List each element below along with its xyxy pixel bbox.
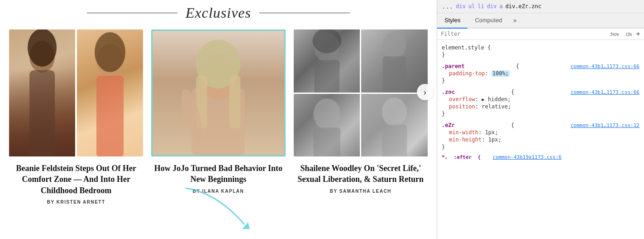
- css-prop-overflow: overflow: [449, 96, 475, 102]
- title-line-right: [259, 13, 350, 13]
- breadcrumb-div1[interactable]: div: [456, 3, 466, 10]
- photo-shailene-2: [361, 29, 428, 93]
- card-beanie-images: [9, 29, 143, 156]
- css-value-1px-w: 1px;: [485, 129, 498, 136]
- star-after-file-link[interactable]: common-43b19a1173.css:6: [493, 154, 562, 160]
- znc-selector-row: .znc { common-43b1…1173.css:66: [442, 89, 639, 95]
- css-rule-eZr: .eZr { common-43b1…1173.css:12 min-width…: [437, 120, 644, 152]
- devtools-tabs: Styles Computed »: [437, 13, 644, 29]
- section-title: Exclusives: [186, 5, 251, 21]
- card1-photos: [9, 29, 143, 156]
- tab-styles[interactable]: Styles: [437, 13, 467, 29]
- eZr-prop-min-height: min-height : 1px;: [442, 136, 639, 143]
- breadcrumb-ul[interactable]: ul: [468, 3, 475, 10]
- eZr-selector: .eZr: [442, 122, 455, 128]
- card-jojo-title[interactable]: How JoJo Turned Bad Behavior Into New Be…: [151, 163, 285, 185]
- svg-rect-20: [382, 124, 407, 156]
- css-value-1px-h: 1px;: [488, 137, 501, 143]
- photo-shailene-4: [361, 94, 428, 157]
- editorial-section: Exclusives: [0, 0, 437, 239]
- filter-input[interactable]: [441, 31, 605, 37]
- card-shailene-title[interactable]: Shailene Woodley On 'Secret Life,' Sexua…: [294, 163, 428, 185]
- photo-shailene-1: [294, 29, 360, 93]
- svg-rect-16: [383, 56, 406, 92]
- css-rule-star-after: *, :after { common-43b19a1173.css:6: [437, 153, 644, 161]
- css-value-hidden: hidden;: [485, 96, 511, 102]
- css-rule-znc: .znc { common-43b1…1173.css:66 overflow …: [437, 87, 644, 119]
- svg-rect-10: [229, 75, 240, 128]
- svg-rect-4: [96, 76, 124, 156]
- svg-point-2: [28, 29, 57, 67]
- photo-beanie-selfie: [9, 29, 75, 156]
- photo-shailene-3: [294, 94, 360, 157]
- element-style-close: }: [442, 51, 639, 59]
- photo-beanie-smiling: [77, 29, 143, 156]
- parent-prop-padding-top: padding-top : 100%;: [442, 70, 639, 77]
- devtools-panel: ... div ul li div a div.eZr.znc Styles C…: [437, 0, 644, 239]
- css-prop-min-width: min-width: [449, 129, 478, 136]
- photo-jojo: [151, 29, 285, 156]
- breadcrumb-div2[interactable]: div: [487, 3, 497, 10]
- svg-point-15: [383, 32, 406, 59]
- svg-rect-18: [313, 127, 340, 156]
- star-after-selector: *, :after {: [442, 154, 481, 160]
- devtools-content: element.style { } .parent { common-43b1……: [437, 40, 644, 239]
- section-title-row: Exclusives: [9, 0, 428, 29]
- filter-cls-button[interactable]: .cls: [623, 31, 634, 37]
- next-arrow-button[interactable]: ›: [417, 84, 433, 100]
- znc-close: }: [442, 110, 639, 117]
- breadcrumb-dots[interactable]: ...: [442, 3, 453, 10]
- parent-selector: .parent: [442, 63, 465, 69]
- card-shailene[interactable]: Shailene Woodley On 'Secret Life,' Sexua…: [294, 29, 428, 194]
- card-shailene-images: [294, 29, 428, 156]
- devtools-filter-row: :hov .cls +: [437, 29, 644, 40]
- parent-file-link[interactable]: common-43b1…1173.css:66: [571, 63, 639, 69]
- znc-prop-overflow: overflow : ▶ hidden;: [442, 96, 639, 103]
- cards-row: Beanie Feldstein Steps Out Of Her Comfor…: [9, 29, 428, 205]
- eZr-selector-row: .eZr { common-43b1…1173.css:12: [442, 122, 639, 128]
- svg-rect-1: [29, 70, 55, 156]
- svg-rect-13: [314, 60, 339, 92]
- breadcrumb-li[interactable]: li: [477, 3, 484, 10]
- css-prop-position: position: [449, 103, 475, 110]
- css-rule-parent: .parent { common-43b1…1173.css:66 paddin…: [437, 61, 644, 86]
- parent-selector-row: .parent { common-43b1…1173.css:66: [442, 63, 639, 69]
- filter-hov-button[interactable]: :hov: [608, 31, 620, 37]
- eZr-prop-min-width: min-width : 1px;: [442, 129, 639, 136]
- css-prop-min-height: min-height: [449, 137, 482, 143]
- breadcrumb-a[interactable]: a: [500, 3, 503, 10]
- breadcrumb-div-class[interactable]: div.eZr.znc: [506, 3, 541, 10]
- css-value-100pct: 100%;: [491, 70, 510, 77]
- filter-pseudo-buttons: :hov .cls +: [608, 30, 640, 38]
- eZr-file-link[interactable]: common-43b1…1173.css:12: [571, 122, 639, 128]
- parent-close: }: [442, 77, 639, 84]
- card-jojo[interactable]: How JoJo Turned Bad Behavior Into New Be…: [151, 29, 285, 194]
- card-jojo-byline: BY ILANA KAPLAN: [193, 189, 244, 194]
- card3-grid: [294, 29, 428, 156]
- title-line-left: [87, 13, 177, 13]
- tab-computed[interactable]: Computed: [467, 13, 509, 29]
- card-beanie-byline: BY KRISTEN ARNETT: [47, 200, 105, 205]
- svg-point-19: [382, 97, 407, 126]
- css-value-relative: relative;: [482, 103, 511, 110]
- card-shailene-byline: BY SAMANTHA LEACH: [330, 189, 391, 194]
- znc-prop-position: position : relative;: [442, 103, 639, 110]
- svg-point-17: [313, 98, 340, 129]
- overflow-triangle[interactable]: ▶: [482, 97, 485, 102]
- filter-plus-button[interactable]: +: [636, 30, 640, 38]
- element-style-selector-row: element.style {: [442, 44, 639, 51]
- css-prop-padding-top: padding-top: [449, 70, 485, 77]
- znc-file-link[interactable]: common-43b1…1173.css:66: [571, 89, 639, 95]
- devtools-content-wrapper: element.style { } .parent { common-43b1……: [437, 40, 644, 239]
- element-style-label: element.style {: [442, 44, 491, 51]
- card-jojo-images: [151, 29, 285, 156]
- tab-more[interactable]: »: [509, 13, 520, 28]
- svg-marker-21: [242, 222, 250, 229]
- card-beanie-title[interactable]: Beanie Feldstein Steps Out Of Her Comfor…: [9, 163, 143, 196]
- svg-point-5: [95, 32, 125, 72]
- znc-selector: .znc: [442, 89, 455, 95]
- css-rule-element-style: element.style { }: [437, 43, 644, 60]
- eZr-close: }: [442, 143, 639, 151]
- devtools-breadcrumb: ... div ul li div a div.eZr.znc: [437, 0, 644, 13]
- card-beanie[interactable]: Beanie Feldstein Steps Out Of Her Comfor…: [9, 29, 143, 205]
